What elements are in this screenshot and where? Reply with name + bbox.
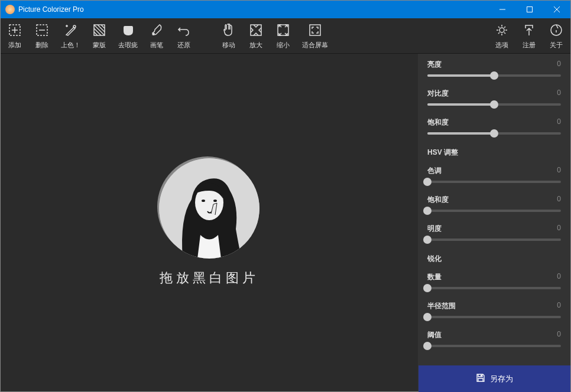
window-title: Picture Colorizer Pro bbox=[18, 5, 489, 14]
svg-rect-27 bbox=[481, 375, 482, 376]
slider-thumb[interactable] bbox=[423, 207, 432, 215]
colorize-button[interactable]: 上色！ bbox=[61, 22, 80, 50]
slider-value: 0 bbox=[557, 60, 561, 70]
slider-track[interactable] bbox=[427, 132, 561, 135]
svg-line-14 bbox=[94, 28, 101, 35]
slider-thumb[interactable] bbox=[490, 100, 498, 109]
about-icon bbox=[548, 22, 564, 38]
slider-basic-2[interactable]: 饱和度 0 bbox=[418, 112, 570, 141]
svg-line-17 bbox=[101, 25, 105, 28]
mask-button[interactable]: 蒙版 bbox=[91, 22, 108, 50]
save-as-button[interactable]: 另存为 bbox=[418, 365, 570, 392]
toolbar-label: 适合屏幕 bbox=[302, 41, 328, 50]
adjustments-panel: 亮度 0 对比度 0 饱和度 0 HSV 调整 色调 0 bbox=[418, 54, 570, 391]
settings-button[interactable]: 选项 bbox=[494, 22, 510, 50]
add-icon bbox=[7, 22, 23, 38]
slider-track[interactable] bbox=[427, 103, 561, 106]
slider-label: 色调 bbox=[427, 166, 442, 176]
move-button[interactable]: 移动 bbox=[220, 22, 237, 50]
add-button[interactable]: 添加 bbox=[7, 22, 23, 50]
slider-track[interactable] bbox=[427, 345, 561, 347]
settings-icon bbox=[494, 22, 510, 38]
remove-button[interactable]: 删除 bbox=[34, 22, 50, 50]
slider-track[interactable] bbox=[427, 239, 561, 241]
register-icon bbox=[521, 22, 537, 38]
toolbar-label: 蒙版 bbox=[93, 41, 106, 50]
toolbar-label: 添加 bbox=[8, 41, 21, 50]
slider-thumb[interactable] bbox=[423, 284, 432, 292]
fit-button[interactable]: 适合屏幕 bbox=[302, 22, 328, 50]
zoomin-icon bbox=[248, 22, 264, 38]
toolbar-label: 移动 bbox=[222, 41, 235, 50]
slider-value: 0 bbox=[557, 224, 561, 234]
slider-value: 0 bbox=[557, 195, 561, 205]
slider-track[interactable] bbox=[427, 316, 561, 318]
toolbar-label: 关于 bbox=[550, 41, 563, 50]
main-area: 拖放黑白图片 亮度 0 对比度 0 饱和度 0 HSV 调整 色调 bbox=[1, 54, 570, 391]
colorize-icon bbox=[63, 22, 79, 38]
slider-hsv-0[interactable]: 色调 0 bbox=[418, 160, 570, 189]
slider-label: 半径范围 bbox=[427, 301, 456, 311]
slider-track[interactable] bbox=[427, 287, 561, 289]
slider-thumb[interactable] bbox=[423, 342, 432, 350]
svg-line-15 bbox=[98, 25, 105, 32]
save-as-label: 另存为 bbox=[490, 374, 513, 384]
slider-track[interactable] bbox=[427, 210, 561, 212]
minimize-button[interactable] bbox=[489, 1, 516, 18]
toolbar-label: 上色！ bbox=[61, 41, 80, 50]
save-icon bbox=[476, 373, 485, 384]
slider-thumb[interactable] bbox=[490, 71, 498, 80]
slider-label: 数量 bbox=[427, 272, 442, 282]
eraser-button[interactable]: 去瑕疵 bbox=[118, 22, 138, 50]
svg-line-16 bbox=[94, 32, 98, 35]
maximize-button[interactable] bbox=[516, 1, 543, 18]
close-button[interactable] bbox=[543, 1, 570, 18]
svg-point-25 bbox=[202, 200, 205, 202]
svg-rect-20 bbox=[310, 25, 320, 35]
slider-thumb[interactable] bbox=[423, 178, 432, 186]
svg-rect-1 bbox=[527, 7, 533, 12]
hsv-section-header: HSV 调整 bbox=[418, 141, 570, 160]
slider-value: 0 bbox=[557, 166, 561, 176]
slider-track[interactable] bbox=[427, 74, 561, 77]
fit-icon bbox=[307, 22, 323, 38]
slider-thumb[interactable] bbox=[423, 236, 432, 244]
about-button[interactable]: 关于 bbox=[548, 22, 564, 50]
register-button[interactable]: 注册 bbox=[521, 22, 537, 50]
slider-label: 明度 bbox=[427, 224, 442, 234]
brush-button[interactable]: 画笔 bbox=[148, 22, 165, 50]
svg-point-21 bbox=[499, 28, 504, 32]
toolbar-label: 画笔 bbox=[150, 41, 163, 50]
slider-label: 亮度 bbox=[427, 60, 442, 70]
slider-hsv-1[interactable]: 饱和度 0 bbox=[418, 189, 570, 218]
titlebar: Picture Colorizer Pro bbox=[1, 1, 570, 18]
slider-sharpen-2[interactable]: 阈值 0 bbox=[418, 324, 570, 353]
toolbar-label: 去瑕疵 bbox=[118, 41, 138, 50]
slider-sharpen-1[interactable]: 半径范围 0 bbox=[418, 295, 570, 324]
window-controls bbox=[489, 1, 570, 18]
brush-icon bbox=[148, 22, 165, 38]
slider-basic-1[interactable]: 对比度 0 bbox=[418, 83, 570, 112]
slider-track[interactable] bbox=[427, 181, 561, 183]
toolbar-label: 删除 bbox=[35, 41, 48, 50]
slider-thumb[interactable] bbox=[490, 129, 498, 138]
slider-thumb[interactable] bbox=[423, 313, 432, 321]
remove-icon bbox=[34, 22, 50, 38]
canvas-area[interactable]: 拖放黑白图片 bbox=[1, 54, 418, 391]
zoomin-button[interactable]: 放大 bbox=[248, 22, 264, 50]
toolbar-label: 还原 bbox=[177, 41, 190, 50]
slider-label: 饱和度 bbox=[427, 117, 449, 128]
undo-button[interactable]: 还原 bbox=[176, 22, 192, 50]
slider-hsv-2[interactable]: 明度 0 bbox=[418, 218, 570, 247]
move-icon bbox=[220, 22, 237, 38]
app-icon bbox=[5, 5, 15, 14]
slider-basic-0[interactable]: 亮度 0 bbox=[418, 54, 570, 83]
slider-value: 0 bbox=[557, 330, 561, 340]
undo-icon bbox=[176, 22, 192, 38]
slider-sharpen-0[interactable]: 数量 0 bbox=[418, 266, 570, 295]
toolbar-label: 放大 bbox=[249, 41, 262, 50]
zoomout-button[interactable]: 缩小 bbox=[275, 22, 291, 50]
slider-value: 0 bbox=[557, 272, 561, 282]
slider-label: 饱和度 bbox=[427, 195, 449, 205]
zoomout-icon bbox=[275, 22, 291, 38]
